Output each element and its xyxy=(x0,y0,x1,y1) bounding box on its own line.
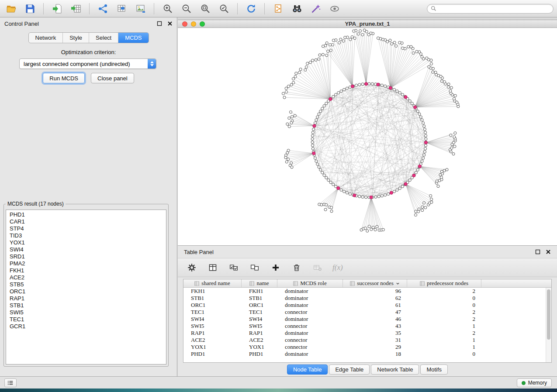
network-node[interactable] xyxy=(343,190,346,193)
table-cell[interactable]: connector xyxy=(277,323,343,330)
network-node[interactable] xyxy=(329,44,332,46)
network-node[interactable] xyxy=(346,192,348,194)
network-node[interactable] xyxy=(398,92,401,94)
network-node[interactable] xyxy=(295,72,298,75)
network-node[interactable] xyxy=(311,147,314,150)
style-wand-icon[interactable] xyxy=(308,2,323,15)
column-header-successor-nodes[interactable]: successor nodes xyxy=(343,279,407,287)
network-node[interactable] xyxy=(332,183,335,186)
dominator-node[interactable] xyxy=(313,124,316,127)
network-node[interactable] xyxy=(287,85,290,88)
network-node[interactable] xyxy=(401,47,404,49)
network-node[interactable] xyxy=(343,88,346,91)
table-cell[interactable]: STB1 xyxy=(183,295,242,302)
mcds-result-item[interactable]: TEC1 xyxy=(10,316,163,323)
network-node[interactable] xyxy=(353,30,355,32)
network-node[interactable] xyxy=(359,30,361,32)
table-cell[interactable]: PHD1 xyxy=(242,351,277,358)
float-table-panel-icon[interactable] xyxy=(535,249,540,254)
network-node[interactable] xyxy=(329,49,332,52)
network-node[interactable] xyxy=(424,147,427,150)
network-node[interactable] xyxy=(319,168,322,171)
network-node[interactable] xyxy=(340,189,343,191)
network-node[interactable] xyxy=(421,206,424,208)
network-node[interactable] xyxy=(393,190,395,193)
window-close-button[interactable] xyxy=(182,21,187,27)
network-node[interactable] xyxy=(351,36,353,38)
network-node[interactable] xyxy=(436,180,438,182)
network-node[interactable] xyxy=(443,81,446,83)
network-node[interactable] xyxy=(437,185,439,188)
network-node[interactable] xyxy=(450,86,453,89)
search-box[interactable] xyxy=(427,4,554,14)
dominator-node[interactable] xyxy=(377,83,380,86)
network-node[interactable] xyxy=(454,132,457,134)
network-node[interactable] xyxy=(314,122,316,124)
network-node[interactable] xyxy=(453,97,455,100)
network-node[interactable] xyxy=(453,145,456,148)
float-panel-icon[interactable] xyxy=(157,21,162,26)
network-node[interactable] xyxy=(424,206,427,209)
zoom-selected-icon[interactable] xyxy=(216,2,232,15)
dominator-node[interactable] xyxy=(312,152,315,155)
table-cell[interactable]: 35 xyxy=(343,330,407,337)
network-node[interactable] xyxy=(315,160,318,162)
network-node[interactable] xyxy=(323,174,325,176)
network-node[interactable] xyxy=(430,198,433,200)
clone-network-icon[interactable] xyxy=(270,2,286,15)
network-node[interactable] xyxy=(407,45,410,48)
export-network-icon[interactable] xyxy=(95,2,111,15)
network-node[interactable] xyxy=(453,136,456,138)
mcds-result-item[interactable]: YOX1 xyxy=(10,239,163,246)
network-node[interactable] xyxy=(337,92,340,94)
network-node[interactable] xyxy=(416,110,419,113)
mcds-result-list[interactable]: PHD1CAR1STP4TID3YOX1SWI4SRD1PMA2FKH1ACE2… xyxy=(6,210,166,364)
table-cell[interactable]: 2 xyxy=(407,288,481,295)
network-node[interactable] xyxy=(366,230,369,232)
network-node[interactable] xyxy=(371,83,374,85)
network-node[interactable] xyxy=(320,203,323,206)
close-table-panel-icon[interactable] xyxy=(546,249,551,254)
network-node[interactable] xyxy=(422,157,425,159)
table-row[interactable]: SWI4SWI4dominator462 xyxy=(183,316,551,323)
network-node[interactable] xyxy=(285,87,287,89)
network-canvas[interactable] xyxy=(178,28,557,245)
table-cell[interactable]: dominator xyxy=(277,351,343,358)
network-node[interactable] xyxy=(450,134,452,137)
network-node[interactable] xyxy=(381,195,383,197)
table-cell[interactable]: ACE2 xyxy=(242,337,277,344)
network-node[interactable] xyxy=(284,156,287,159)
network-node[interactable] xyxy=(424,134,427,137)
add-row-icon[interactable] xyxy=(270,261,282,274)
network-node[interactable] xyxy=(447,86,450,88)
gear-icon[interactable] xyxy=(186,261,198,274)
table-cell[interactable]: connector xyxy=(277,309,343,316)
column-header-shared-name[interactable]: shared name xyxy=(183,279,242,287)
network-node[interactable] xyxy=(322,45,325,48)
network-node[interactable] xyxy=(290,121,293,124)
task-history-button[interactable] xyxy=(4,378,17,387)
network-node[interactable] xyxy=(323,105,325,107)
window-zoom-button[interactable] xyxy=(200,21,205,27)
delete-row-icon[interactable] xyxy=(291,261,303,274)
network-node[interactable] xyxy=(316,116,319,118)
memory-button[interactable]: Memory xyxy=(517,378,552,387)
table-cell[interactable]: RAP1 xyxy=(183,330,242,337)
network-node[interactable] xyxy=(440,80,443,83)
table-cell[interactable]: 29 xyxy=(343,344,407,351)
zoom-fit-icon[interactable] xyxy=(197,2,213,15)
open-folder-icon[interactable] xyxy=(3,2,19,15)
scrollbar-thumb[interactable] xyxy=(547,289,550,340)
network-node[interactable] xyxy=(322,53,324,56)
network-node[interactable] xyxy=(286,151,289,154)
network-node[interactable] xyxy=(423,202,426,204)
network-node[interactable] xyxy=(309,61,311,64)
network-node[interactable] xyxy=(325,102,328,105)
network-node[interactable] xyxy=(393,41,396,44)
network-node[interactable] xyxy=(424,144,427,147)
network-node[interactable] xyxy=(288,117,291,119)
zoom-in-icon[interactable] xyxy=(160,2,175,15)
network-node[interactable] xyxy=(318,113,320,115)
table-cell[interactable]: 0 xyxy=(407,295,481,302)
network-node[interactable] xyxy=(421,160,423,162)
